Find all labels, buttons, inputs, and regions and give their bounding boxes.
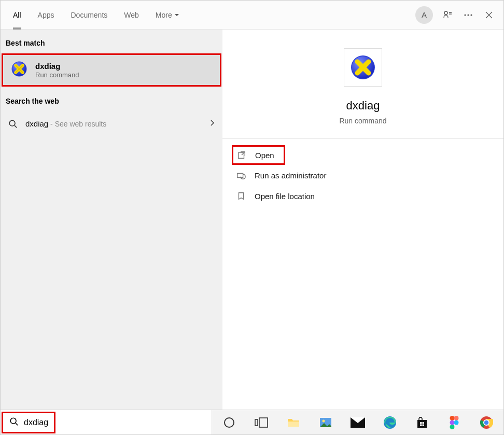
taskbar bbox=[1, 410, 503, 434]
svg-point-0 bbox=[444, 11, 447, 15]
chevron-right-icon bbox=[209, 119, 215, 129]
svg-rect-24 bbox=[423, 424, 425, 426]
svg-point-6 bbox=[9, 120, 15, 126]
svg-point-11 bbox=[10, 418, 16, 424]
tab-more[interactable]: More bbox=[147, 1, 188, 30]
svg-point-26 bbox=[454, 416, 459, 420]
figma-icon[interactable] bbox=[446, 415, 462, 430]
svg-point-29 bbox=[450, 425, 455, 429]
cortana-icon[interactable] bbox=[221, 415, 237, 430]
action-run-admin[interactable]: Run as administrator bbox=[232, 165, 494, 186]
svg-point-27 bbox=[450, 420, 455, 425]
search-web-heading: Search the web bbox=[1, 88, 222, 110]
store-icon[interactable] bbox=[414, 415, 430, 430]
user-avatar[interactable]: A bbox=[415, 6, 433, 24]
svg-point-32 bbox=[484, 420, 489, 425]
svg-rect-14 bbox=[259, 418, 268, 427]
open-icon bbox=[236, 150, 247, 160]
web-result-dxdiag[interactable]: dxdiag - See web results bbox=[1, 110, 222, 137]
svg-rect-21 bbox=[420, 422, 422, 424]
svg-rect-10 bbox=[237, 173, 243, 177]
svg-point-17 bbox=[323, 419, 325, 422]
web-suffix: - See web results bbox=[48, 120, 106, 128]
search-icon bbox=[9, 417, 19, 428]
action-open-location[interactable]: Open file location bbox=[232, 186, 494, 206]
tab-documents[interactable]: Documents bbox=[62, 1, 116, 30]
file-explorer-icon[interactable] bbox=[286, 415, 301, 430]
result-title: dxdiag bbox=[35, 62, 79, 71]
svg-point-25 bbox=[450, 416, 455, 420]
admin-shield-icon bbox=[236, 170, 246, 180]
svg-rect-23 bbox=[420, 424, 422, 426]
preview-title: dxdiag bbox=[346, 99, 380, 113]
result-dxdiag[interactable]: dxdiag Run command bbox=[3, 55, 220, 85]
search-input[interactable] bbox=[24, 418, 55, 427]
search-icon bbox=[8, 119, 18, 129]
action-open-label: Open bbox=[255, 151, 274, 160]
edge-icon[interactable] bbox=[382, 415, 398, 430]
svg-rect-13 bbox=[255, 419, 258, 426]
photos-icon[interactable] bbox=[318, 415, 333, 430]
tab-more-label: More bbox=[156, 11, 172, 19]
results-pane: Best match dxdiag Run com bbox=[1, 30, 222, 410]
svg-rect-15 bbox=[288, 422, 299, 427]
action-open-location-label: Open file location bbox=[255, 192, 315, 201]
preview-pane: dxdiag Run command Open Run as administr… bbox=[222, 30, 503, 410]
caret-down-icon bbox=[174, 11, 179, 19]
preview-app-icon bbox=[344, 48, 382, 87]
dxdiag-icon bbox=[10, 60, 28, 80]
web-term: dxdiag bbox=[25, 119, 48, 128]
search-header: All Apps Documents Web More A bbox=[1, 1, 503, 30]
close-icon[interactable] bbox=[483, 9, 495, 21]
svg-point-1 bbox=[464, 14, 466, 16]
svg-point-3 bbox=[470, 14, 472, 16]
result-subtitle: Run command bbox=[35, 71, 79, 79]
svg-point-28 bbox=[454, 420, 459, 425]
action-open[interactable]: Open bbox=[232, 145, 285, 165]
svg-rect-20 bbox=[417, 420, 427, 428]
svg-point-2 bbox=[467, 14, 469, 16]
taskview-icon[interactable] bbox=[254, 415, 269, 430]
action-run-admin-label: Run as administrator bbox=[255, 171, 326, 180]
mail-icon[interactable] bbox=[350, 415, 366, 430]
tab-all[interactable]: All bbox=[5, 1, 30, 30]
best-match-heading: Best match bbox=[1, 30, 222, 52]
svg-rect-22 bbox=[423, 422, 425, 424]
more-options-icon[interactable] bbox=[462, 9, 474, 21]
preview-subtitle: Run command bbox=[339, 117, 386, 125]
folder-location-icon bbox=[236, 191, 246, 201]
svg-point-12 bbox=[225, 418, 234, 427]
tab-apps[interactable]: Apps bbox=[30, 1, 63, 30]
tab-web[interactable]: Web bbox=[116, 1, 147, 30]
chrome-icon[interactable] bbox=[479, 415, 494, 430]
feedback-icon[interactable] bbox=[441, 9, 454, 21]
